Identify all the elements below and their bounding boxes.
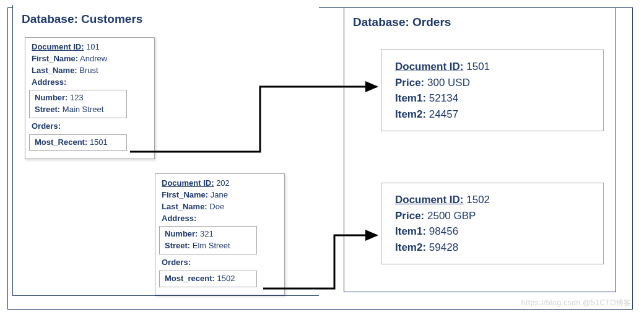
price-value: 300 USD (427, 77, 470, 89)
item1-row: Item1: 98456 (395, 224, 590, 240)
first-name-row: First_Name: Andrew (32, 53, 148, 65)
customer-document-2: Document ID: 202 First_Name: Jane Last_N… (155, 173, 285, 295)
order-document-1: Document ID: 1501 Price: 300 USD Item1: … (381, 50, 604, 131)
address-street-row: Street: Main Street (35, 104, 121, 116)
item1-label: Item1: (395, 92, 426, 104)
last-name-label: Last_Name: (162, 202, 207, 211)
item2-row: Item2: 59428 (395, 240, 590, 256)
most-recent-label: Most_recent: (165, 274, 215, 283)
item1-label: Item1: (395, 225, 426, 237)
price-row: Price: 2500 GBP (395, 208, 590, 224)
doc-id-label: Document ID: (162, 178, 214, 188)
item1-value: 52134 (429, 92, 458, 104)
doc-id-row: Document ID: 202 (162, 178, 278, 189)
most-recent-value: 1502 (217, 274, 235, 283)
price-label: Price: (395, 210, 424, 222)
doc-id-value: 1501 (466, 61, 490, 72)
first-name-row: First_Name: Jane (162, 189, 278, 201)
doc-id-value: 1502 (466, 194, 490, 206)
last-name-row: Last_Name: Doe (162, 201, 278, 213)
item1-row: Item1: 52134 (395, 90, 590, 106)
address-street-value: Main Street (63, 105, 103, 114)
most-recent-value: 1501 (90, 137, 108, 147)
address-box: Number: 123 Street: Main Street (29, 90, 127, 118)
address-box: Number: 321 Street: Elm Street (159, 226, 257, 254)
address-number-label: Number: (35, 93, 67, 102)
watermark-text: https://blog.csdn @51CTO博客 (521, 298, 632, 308)
address-number-row: Number: 123 (35, 92, 121, 104)
doc-id-label: Document ID: (395, 61, 464, 72)
price-row: Price: 300 USD (395, 75, 590, 91)
item1-value: 98456 (429, 225, 458, 237)
address-street-label: Street: (35, 105, 60, 114)
orders-label-row: Orders: (32, 121, 148, 132)
address-number-label: Number: (165, 229, 198, 238)
most-recent-row: Most_Recent: 1501 (35, 137, 121, 149)
first-name-label: First_Name: (32, 54, 78, 63)
most-recent-label: Most_Recent: (35, 137, 87, 147)
orders-box: Most_Recent: 1501 (29, 134, 127, 151)
doc-id-row: Document ID: 1501 (395, 59, 590, 75)
orders-box: Most_recent: 1502 (159, 271, 257, 287)
address-street-row: Street: Elm Street (165, 240, 251, 252)
last-name-value: Brust (79, 66, 98, 75)
most-recent-row: Most_recent: 1502 (165, 273, 251, 285)
customer-document-1: Document ID: 101 First_Name: Andrew Last… (25, 37, 155, 159)
doc-id-label: Document ID: (32, 42, 84, 51)
item2-value: 24457 (429, 108, 458, 120)
last-name-row: Last_Name: Brust (32, 65, 148, 77)
address-label: Address: (32, 77, 66, 87)
address-label-row: Address: (162, 213, 278, 225)
last-name-value: Doe (209, 202, 224, 211)
item2-row: Item2: 24457 (395, 106, 590, 123)
orders-label-row: Orders: (162, 257, 278, 269)
doc-id-value: 202 (216, 178, 230, 188)
address-label-row: Address: (32, 77, 148, 89)
price-value: 2500 GBP (427, 210, 476, 222)
first-name-value: Jane (211, 190, 228, 199)
orders-label: Orders: (32, 121, 61, 131)
doc-id-label: Document ID: (395, 194, 464, 206)
item2-value: 59428 (429, 241, 458, 253)
address-street-label: Street: (165, 241, 190, 250)
last-name-label: Last_Name: (32, 66, 77, 75)
doc-id-row: Document ID: 101 (32, 41, 148, 53)
first-name-label: First_Name: (162, 190, 208, 199)
database-orders-title: Database: Orders (344, 8, 616, 33)
address-number-row: Number: 321 (165, 228, 251, 240)
item2-label: Item2: (395, 241, 426, 253)
address-street-value: Elm Street (193, 241, 230, 250)
address-label: Address: (162, 214, 196, 223)
orders-label: Orders: (162, 258, 191, 267)
order-document-2: Document ID: 1502 Price: 2500 GBP Item1:… (381, 183, 604, 264)
doc-id-row: Document ID: 1502 (395, 192, 590, 208)
price-label: Price: (395, 77, 424, 89)
item2-label: Item2: (395, 108, 426, 120)
doc-id-value: 101 (86, 42, 100, 51)
address-number-value: 321 (200, 229, 214, 238)
database-customers-title: Database: Customers (13, 5, 319, 30)
address-number-value: 123 (70, 93, 84, 102)
first-name-value: Andrew (80, 54, 107, 63)
